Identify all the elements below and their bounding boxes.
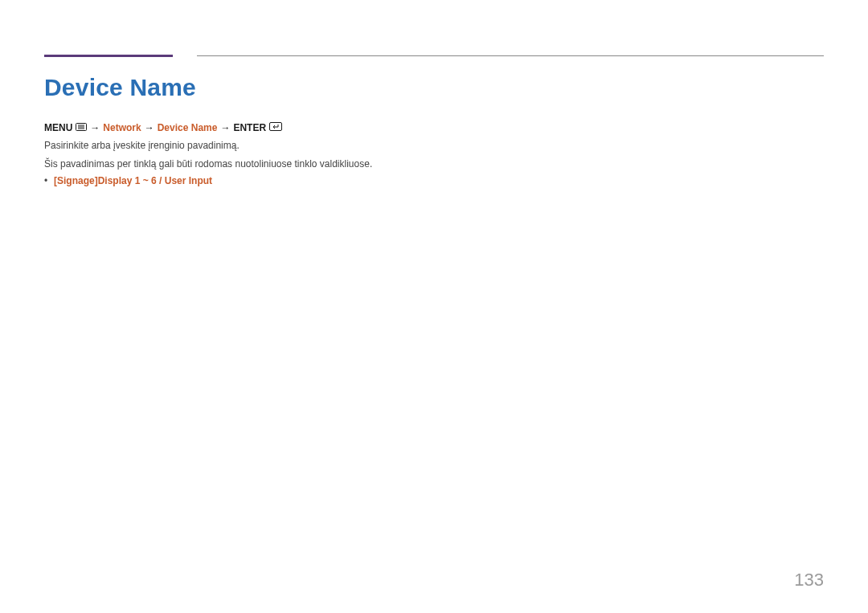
path-seg-network: Network	[103, 122, 141, 133]
path-arrow-3: →	[220, 122, 230, 133]
header-rule	[44, 55, 824, 56]
body-line-1: Pasirinkite arba įveskite įrenginio pava…	[44, 138, 824, 153]
path-arrow-2: →	[145, 122, 154, 133]
menu-icon	[76, 122, 87, 133]
path-arrow-1: →	[90, 122, 100, 133]
enter-label: ENTER	[233, 122, 266, 133]
page-number: 133	[794, 570, 824, 591]
body-line-2: Šis pavadinimas per tinklą gali būti rod…	[44, 157, 824, 172]
option-bullet: [Signage]Display 1 ~ 6 / User Input	[44, 175, 824, 186]
header-accent-bar	[44, 55, 173, 57]
header-thin-rule	[197, 55, 824, 56]
page-title: Device Name	[44, 74, 824, 101]
menu-path: MENU → Network → Device Name → ENTER	[44, 122, 824, 133]
menu-label: MENU	[44, 122, 72, 133]
path-seg-devicename: Device Name	[158, 122, 218, 133]
enter-icon	[269, 122, 282, 133]
